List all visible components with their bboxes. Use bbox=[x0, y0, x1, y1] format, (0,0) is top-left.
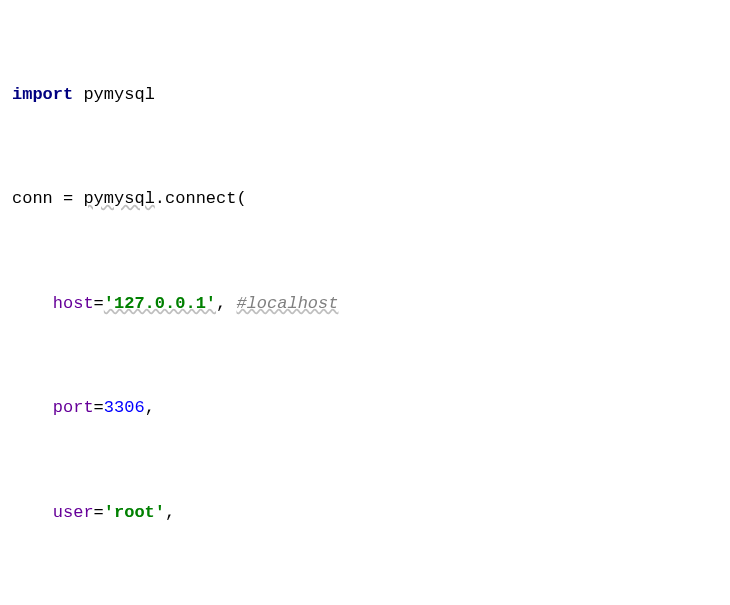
module-name: pymysql bbox=[83, 85, 154, 104]
code-line-6: password='222', #字符串 bbox=[12, 600, 718, 605]
code-line-1: import pymysql bbox=[12, 78, 718, 113]
code-line-5: user='root', bbox=[12, 496, 718, 531]
kwarg-port: port bbox=[53, 398, 94, 417]
keyword-import: import bbox=[12, 85, 73, 104]
kwarg-host: host bbox=[53, 294, 94, 313]
comment-localhost: #localhost bbox=[236, 294, 338, 313]
code-line-4: port=3306, bbox=[12, 391, 718, 426]
kwarg-user: user bbox=[53, 503, 94, 522]
code-snippet: import pymysql conn = pymysql.connect( h… bbox=[12, 8, 718, 605]
var-conn: conn bbox=[12, 189, 53, 208]
code-line-2: conn = pymysql.connect( bbox=[12, 182, 718, 217]
code-line-3: host='127.0.0.1', #localhost bbox=[12, 287, 718, 322]
